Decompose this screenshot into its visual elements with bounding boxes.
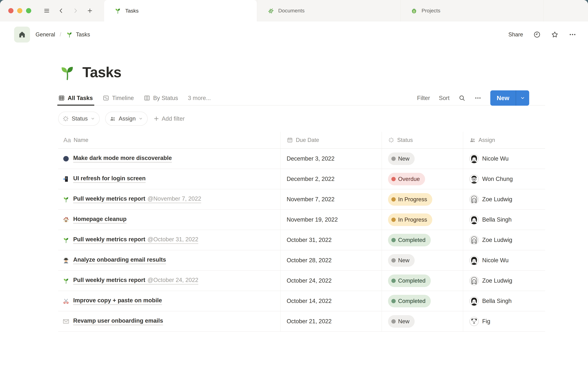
breadcrumb-workspace[interactable]: General — [35, 31, 55, 38]
task-title[interactable]: Analyze onboarding email results — [73, 257, 166, 263]
task-name-cell[interactable]: UI refresh for login screen — [58, 169, 280, 189]
new-button[interactable]: New — [490, 90, 529, 106]
due-date-cell[interactable]: October 21, 2022 — [280, 311, 381, 331]
column-header-due-date[interactable]: Due Date — [280, 132, 381, 148]
task-name-cell[interactable]: Pull weekly metrics report @October 24, … — [58, 271, 280, 291]
status-cell[interactable]: Completed — [381, 230, 463, 250]
assignee-cell[interactable]: Zoe Ludwig — [463, 189, 545, 209]
status-badge[interactable]: Completed — [388, 275, 431, 287]
new-button-label[interactable]: New — [490, 90, 516, 106]
status-badge[interactable]: In Progress — [388, 193, 432, 206]
date-mention[interactable]: @November 7, 2022 — [147, 195, 201, 202]
due-date-cell[interactable]: October 31, 2022 — [280, 230, 381, 250]
home-button[interactable] — [14, 27, 30, 42]
task-name-cell[interactable]: Improve copy + paste on mobile — [58, 291, 280, 311]
task-title[interactable]: Revamp user onboarding emails — [73, 317, 163, 324]
breadcrumb-page[interactable]: Tasks — [76, 31, 90, 38]
hamburger-menu-icon[interactable] — [43, 8, 50, 14]
status-badge[interactable]: New — [388, 152, 415, 165]
assignee-cell[interactable]: Nicole Wu — [463, 149, 545, 169]
assign-filter-chip[interactable]: Assign — [105, 112, 148, 126]
minimize-window-button[interactable] — [17, 8, 22, 13]
task-title[interactable]: Make dark mode more discoverable — [73, 155, 172, 161]
zoom-window-button[interactable] — [26, 8, 31, 13]
status-cell[interactable]: Completed — [381, 291, 463, 311]
assignee-cell[interactable]: Bella Singh — [463, 210, 545, 230]
due-date-cell[interactable]: October 24, 2022 — [280, 271, 381, 291]
star-icon[interactable] — [551, 31, 559, 38]
assignee-cell[interactable]: Nicole Wu — [463, 250, 545, 270]
table-row[interactable]: Analyze onboarding email results October… — [58, 250, 545, 271]
table-row[interactable]: Pull weekly metrics report @October 31, … — [58, 230, 545, 250]
view-tab-all-tasks[interactable]: All Tasks — [58, 91, 93, 105]
date-mention[interactable]: @October 24, 2022 — [147, 277, 198, 283]
status-cell[interactable]: In Progress — [381, 189, 463, 209]
table-row[interactable]: UI refresh for login screen December 2, … — [58, 169, 545, 189]
table-row[interactable]: Pull weekly metrics report @October 24, … — [58, 271, 545, 291]
task-name-cell[interactable]: Revamp user onboarding emails — [58, 311, 280, 331]
status-badge[interactable]: New — [388, 254, 415, 267]
assignee-cell[interactable]: Zoe Ludwig — [463, 271, 545, 291]
task-name-cell[interactable]: Analyze onboarding email results — [58, 250, 280, 270]
more-views-button[interactable]: 3 more... — [188, 95, 211, 101]
status-cell[interactable]: Completed — [381, 271, 463, 291]
task-name-cell[interactable]: Homepage cleanup — [58, 210, 280, 230]
status-badge[interactable]: Completed — [388, 295, 431, 307]
column-header-name[interactable]: Aa Name — [58, 132, 280, 148]
status-cell[interactable]: In Progress — [381, 210, 463, 230]
more-options-icon[interactable] — [569, 31, 576, 38]
status-cell[interactable]: New — [381, 149, 463, 169]
task-title[interactable]: Pull weekly metrics report — [73, 195, 145, 202]
close-window-button[interactable] — [8, 8, 13, 13]
clock-icon[interactable] — [533, 31, 541, 38]
status-badge[interactable]: Completed — [388, 234, 431, 246]
status-cell[interactable]: Overdue — [381, 169, 463, 189]
task-name-cell[interactable]: Pull weekly metrics report @October 31, … — [58, 230, 280, 250]
table-row[interactable]: Homepage cleanup November 19, 2022 In Pr… — [58, 210, 545, 230]
table-row[interactable]: Make dark mode more discoverable Decembe… — [58, 149, 545, 169]
task-title[interactable]: UI refresh for login screen — [73, 175, 146, 182]
due-date-cell[interactable]: October 28, 2022 — [280, 250, 381, 270]
assignee-cell[interactable]: Fig — [463, 311, 545, 331]
due-date-cell[interactable]: December 2, 2022 — [280, 169, 381, 189]
assignee-cell[interactable]: Bella Singh — [463, 291, 545, 311]
table-row[interactable]: Pull weekly metrics report @November 7, … — [58, 189, 545, 210]
table-row[interactable]: Revamp user onboarding emails October 21… — [58, 311, 545, 332]
assignee-cell[interactable]: Won Chung — [463, 169, 545, 189]
filter-button[interactable]: Filter — [417, 95, 430, 101]
status-cell[interactable]: New — [381, 250, 463, 270]
search-icon[interactable] — [458, 94, 466, 101]
task-title[interactable]: Pull weekly metrics report — [73, 236, 145, 243]
task-title[interactable]: Pull weekly metrics report — [73, 277, 145, 283]
task-name-cell[interactable]: Make dark mode more discoverable — [58, 149, 280, 169]
due-date-cell[interactable]: October 14, 2022 — [280, 291, 381, 311]
back-icon[interactable] — [58, 8, 64, 14]
column-header-assign[interactable]: Assign — [463, 132, 545, 148]
task-title[interactable]: Improve copy + paste on mobile — [73, 297, 162, 304]
add-filter-button[interactable]: Add filter — [153, 116, 185, 122]
new-tab-icon[interactable] — [87, 8, 93, 14]
date-mention[interactable]: @October 31, 2022 — [147, 236, 198, 243]
status-filter-chip[interactable]: Status — [58, 112, 100, 126]
column-header-status[interactable]: Status — [381, 132, 463, 148]
tab-tasks[interactable]: Tasks — [104, 0, 257, 21]
new-button-dropdown[interactable] — [516, 90, 529, 106]
tab-documents[interactable]: Documents — [257, 0, 400, 21]
tab-projects[interactable]: Projects — [400, 0, 544, 21]
sort-button[interactable]: Sort — [439, 95, 450, 101]
view-tab-by-status[interactable]: By Status — [144, 91, 178, 105]
status-badge[interactable]: Overdue — [388, 173, 425, 185]
due-date-cell[interactable]: November 19, 2022 — [280, 210, 381, 230]
task-name-cell[interactable]: Pull weekly metrics report @November 7, … — [58, 189, 280, 209]
more-options-icon[interactable] — [474, 94, 481, 101]
status-badge[interactable]: New — [388, 315, 415, 328]
share-button[interactable]: Share — [508, 31, 523, 38]
due-date-cell[interactable]: December 3, 2022 — [280, 149, 381, 169]
task-title[interactable]: Homepage cleanup — [73, 216, 127, 222]
status-cell[interactable]: New — [381, 311, 463, 331]
table-row[interactable]: Improve copy + paste on mobile October 1… — [58, 291, 545, 311]
due-date-cell[interactable]: November 7, 2022 — [280, 189, 381, 209]
assignee-cell[interactable]: Zoe Ludwig — [463, 230, 545, 250]
view-tab-timeline[interactable]: Timeline — [103, 91, 134, 105]
status-badge[interactable]: In Progress — [388, 213, 432, 226]
